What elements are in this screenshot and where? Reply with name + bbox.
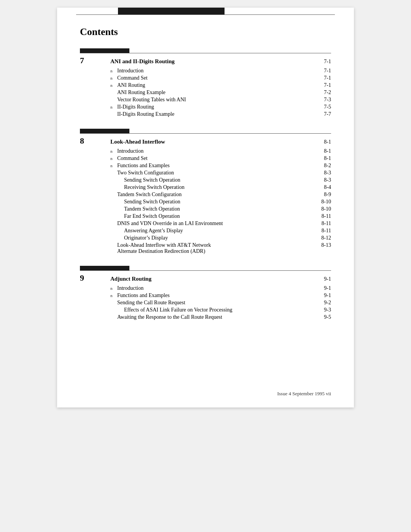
toc-entry-0-1: nCommand Set7-1 [110,75,331,81]
chapter-8-row: 8Look-Ahead Interflow8-1 [80,136,331,146]
chapter-9-line [80,270,331,271]
toc-sub-label: II-Digits Routing Example [117,111,324,117]
toc-subsub-label: Answering Agent’s Display [124,228,322,234]
toc-bullet-icon: n [110,293,117,298]
toc-page: 8-1 [324,148,331,154]
toc-bullet-icon: n [110,83,117,88]
toc-subsub-page: 8-11 [322,213,331,219]
toc-subsub-label: Receiving Switch Operation [124,184,324,190]
chapter-7-line [80,53,331,53]
toc-subsub-label: Far End Switch Operation [124,213,322,219]
toc-sub-label-2: Alternate Destination Redirection (ADR) [117,248,321,254]
toc-sub-label: Two Switch Configuration [117,170,324,176]
toc-label: Functions and Examples [117,292,324,299]
toc-page: 7-1 [324,82,331,88]
toc-label: Functions and Examples [117,163,324,169]
toc-page: 8-1 [324,155,331,161]
chapter-8-line [80,133,331,134]
page-title: Contents [80,26,331,38]
toc-sub-label: ANI Routing Example [117,89,324,96]
chapter-7-entries: nIntroduction7-1nCommand Set7-1nANI Rout… [110,68,331,117]
toc-entry-2-3: Effects of ASAI Link Failure on Vector P… [110,307,331,313]
toc-entry-1-8: Tandem Switch Operation8-10 [110,206,331,212]
chapter-7-row: 7ANI and II-Digits Routing7-1 [80,56,331,66]
page: Contents 7ANI and II-Digits Routing7-1nI… [57,8,354,407]
toc-bullet-icon: n [110,286,117,291]
toc-subsub-page: 8-10 [321,199,331,205]
toc-sub-label: Tandem Switch Configuration [117,192,324,198]
toc-entry-2-2: Sending the Call Route Request9-2 [110,300,331,306]
toc-entry-0-4: Vector Routing Tables with ANI7-3 [110,97,331,103]
toc-sub-page: 8-3 [324,170,331,176]
chapter-8-page: 8-1 [324,139,331,145]
toc-sub-page: 7-2 [324,89,331,96]
chapter-7-number: 7 [80,56,110,66]
chapter-8-entries: nIntroduction8-1nCommand Set8-1nFunction… [110,148,331,254]
toc-entry-1-10: DNIS and VDN Override in an LAI Environm… [110,220,331,227]
chapter-8-title: Look-Ahead Interflow [110,139,324,145]
toc-entry-1-1: nCommand Set8-1 [110,155,331,161]
toc-subsub-label: Tandem Switch Operation [124,206,321,212]
toc-page: 9-1 [324,285,331,291]
toc-page: 8-2 [324,163,331,169]
toc-page: 7-1 [324,68,331,74]
toc-entry-1-4: Sending Switch Operation8-3 [110,177,331,183]
toc-entry-1-5: Receiving Switch Operation8-4 [110,184,331,190]
toc-sub-label: DNIS and VDN Override in an LAI Environm… [117,220,322,227]
page-content: Contents 7ANI and II-Digits Routing7-1nI… [57,15,354,355]
toc-entry-1-13: Look-Ahead Interflow with AT&T NetworkAl… [110,242,331,254]
toc-label: Introduction [117,285,324,291]
toc-subsub-label: Originator’s Display [124,235,321,241]
toc-label: Command Set [117,155,324,161]
chapter-9-title: Adjunct Routing [110,276,324,282]
toc-bullet-icon: n [110,69,117,73]
toc-entry-1-11: Answering Agent’s Display8-11 [110,228,331,234]
toc-sub-page: 8-9 [324,192,331,198]
chapter-7-page: 7-1 [324,59,331,65]
page-footer: Issue 4 September 1995 vii [277,391,331,397]
toc-bullet-icon: n [110,76,117,80]
toc-page: 7-5 [324,104,331,110]
chapter-9-entries: nIntroduction9-1nFunctions and Examples9… [110,285,331,320]
toc-sub-label: Look-Ahead Interflow with AT&T Network [117,242,321,248]
toc-subsub-page: 9-3 [324,307,331,313]
chapter-7: 7ANI and II-Digits Routing7-1nIntroducti… [80,48,331,117]
top-bar [118,8,225,14]
toc-sub-label: Vector Routing Tables with ANI [117,97,324,103]
chapter-7-title: ANI and II-Digits Routing [110,58,324,65]
toc-entry-0-0: nIntroduction7-1 [110,68,331,74]
toc-entry-1-0: nIntroduction8-1 [110,148,331,154]
toc-sub-page: 7-3 [324,97,331,103]
chapters-container: 7ANI and II-Digits Routing7-1nIntroducti… [80,48,331,320]
chapter-9-row: 9Adjunct Routing9-1 [80,273,331,283]
toc-bullet-icon: n [110,163,117,168]
chapter-9: 9Adjunct Routing9-1nIntroduction9-1nFunc… [80,266,331,320]
chapter-9-number: 9 [80,273,110,283]
toc-entry-0-2: nANI Routing7-1 [110,82,331,88]
toc-entry-1-12: Originator’s Display8-12 [110,235,331,241]
toc-sub-page: 9-5 [324,314,331,320]
toc-sub-label: Sending the Call Route Request [117,300,324,306]
toc-sub-label: Awaiting the Response to the Call Route … [117,314,324,320]
toc-subsub-label: Sending Switch Operation [124,177,324,183]
toc-sub-page: 8-11 [322,220,331,227]
toc-sub-page: 8-13 [321,242,331,248]
toc-entry-1-3: Two Switch Configuration8-3 [110,170,331,176]
toc-label: Introduction [117,148,324,154]
chapter-8-bar [80,129,129,133]
chapter-8-number: 8 [80,136,110,146]
toc-sub-page: 9-2 [324,300,331,306]
toc-subsub-page: 8-3 [324,177,331,183]
toc-entry-1-2: nFunctions and Examples8-2 [110,163,331,169]
toc-label: II-Digits Routing [117,104,324,110]
toc-entry-0-5: nII-Digits Routing7-5 [110,104,331,110]
toc-bullet-icon: n [110,156,117,161]
toc-bullet-icon: n [110,149,117,153]
toc-entry-0-3: ANI Routing Example7-2 [110,89,331,96]
toc-subsub-page: 8-4 [324,184,331,190]
toc-label: Command Set [117,75,324,81]
toc-subsub-page: 8-10 [321,206,331,212]
chapter-8: 8Look-Ahead Interflow8-1nIntroduction8-1… [80,129,331,254]
chapter-9-page: 9-1 [324,276,331,282]
toc-entry-2-4: Awaiting the Response to the Call Route … [110,314,331,320]
